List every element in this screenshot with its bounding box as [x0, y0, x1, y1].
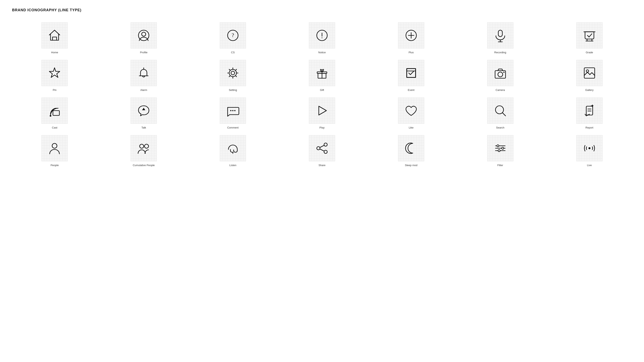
svg-point-40: [144, 144, 148, 148]
icon-item-cast: Cast: [12, 97, 97, 129]
svg-rect-10: [498, 30, 502, 37]
cs-label: CS: [231, 51, 235, 54]
comment-label: Comment: [227, 126, 238, 129]
icon-item-setting: Setting: [190, 60, 276, 91]
svg-point-29: [230, 110, 232, 111]
report-icon: [582, 103, 597, 118]
icon-item-notice: Notice: [280, 22, 365, 54]
svg-line-34: [502, 113, 506, 116]
icon-grid: Home Profile ? CS: [12, 22, 632, 167]
icon-item-grade: Grade: [547, 22, 632, 54]
search-icon: [493, 103, 508, 118]
share-label: Share: [318, 164, 326, 167]
gift-label: Gift: [320, 88, 324, 91]
icon-item-share: Share: [280, 135, 365, 167]
cumulative-people-icon: [136, 141, 151, 155]
listen-label: Listen: [230, 164, 236, 167]
event-icon: [404, 66, 418, 80]
icon-item-talk: Talk: [101, 97, 186, 129]
svg-line-45: [320, 145, 324, 147]
icon-item-plus: Plus: [368, 22, 454, 54]
listen-icon: [226, 141, 240, 155]
alarm-label: Alarm: [140, 88, 147, 91]
svg-point-53: [588, 147, 590, 149]
icon-item-people: People: [12, 135, 97, 167]
icon-item-event: Event: [368, 60, 454, 91]
svg-point-50: [497, 145, 499, 147]
icon-item-filter: Filter: [458, 135, 543, 167]
svg-marker-32: [319, 106, 326, 115]
grade-icon: [582, 28, 597, 43]
icon-box-recording: [487, 22, 514, 48]
play-label: Play: [320, 126, 324, 129]
icon-box-live: [576, 135, 602, 161]
filter-icon: [493, 141, 508, 155]
event-label: Event: [408, 88, 414, 91]
profile-label: Profile: [140, 51, 148, 54]
icon-box-listen: [220, 135, 246, 161]
icon-item-cumulative-people: Cumulative People: [101, 135, 186, 167]
svg-point-39: [140, 144, 144, 148]
cast-label: Cast: [52, 126, 57, 129]
setting-icon: [226, 66, 240, 80]
icon-box-search: [487, 97, 514, 124]
svg-marker-28: [142, 108, 145, 110]
notice-icon: [315, 28, 329, 43]
svg-point-25: [586, 70, 589, 72]
report-label: Report: [586, 126, 593, 129]
icon-box-filter: [487, 135, 514, 161]
talk-label: Talk: [142, 126, 146, 129]
icon-box-cast: [42, 97, 68, 124]
svg-point-44: [324, 150, 327, 153]
gallery-label: Gallery: [585, 88, 594, 91]
search-label: Search: [496, 126, 504, 129]
people-icon: [47, 141, 62, 155]
icon-box-gift: [309, 60, 335, 86]
svg-line-46: [320, 149, 324, 151]
icon-box-setting: [220, 60, 246, 86]
svg-point-15: [231, 71, 235, 75]
sleep-mod-label: Sleep mod: [405, 164, 418, 167]
recording-label: Recording: [494, 51, 506, 54]
like-label: Like: [409, 126, 414, 129]
live-label: Live: [587, 164, 592, 167]
plus-icon: [404, 28, 418, 43]
icon-box-grade: [576, 22, 602, 48]
talk-icon: [136, 103, 151, 118]
icon-box-alarm: [130, 60, 157, 86]
svg-point-30: [232, 110, 234, 111]
comment-icon: [226, 103, 240, 118]
icon-box-pin: [42, 60, 68, 86]
svg-point-42: [324, 143, 327, 146]
cast-icon: [47, 103, 62, 118]
icon-item-home: Home: [12, 22, 97, 54]
pin-icon: [47, 66, 62, 80]
icon-item-live: Live: [547, 135, 632, 167]
grade-label: Grade: [586, 51, 593, 54]
icon-box-camera: [487, 60, 514, 86]
setting-label: Setting: [229, 88, 237, 91]
icon-box-people: [42, 135, 68, 161]
icon-box-cumulative-people: [130, 135, 157, 161]
alarm-icon: [136, 66, 151, 80]
svg-point-22: [498, 72, 503, 77]
play-icon: [315, 103, 329, 118]
icon-box-cs: ?: [220, 22, 246, 48]
svg-rect-24: [584, 68, 595, 78]
icon-box-like: [398, 97, 424, 124]
svg-point-16: [229, 69, 236, 77]
home-label: Home: [51, 51, 58, 54]
icon-item-gift: Gift: [280, 60, 365, 91]
share-icon: [315, 141, 329, 155]
icon-box-plus: [398, 22, 424, 48]
svg-rect-27: [53, 111, 59, 115]
svg-point-38: [52, 143, 57, 148]
svg-point-23: [503, 72, 504, 73]
icon-item-play: Play: [280, 97, 365, 129]
svg-point-31: [234, 110, 236, 111]
icon-item-gallery: Gallery: [547, 60, 632, 91]
gallery-icon: [582, 66, 597, 80]
home-icon: [47, 28, 62, 43]
icon-item-alarm: Alarm: [101, 60, 186, 91]
plus-label: Plus: [408, 51, 414, 54]
